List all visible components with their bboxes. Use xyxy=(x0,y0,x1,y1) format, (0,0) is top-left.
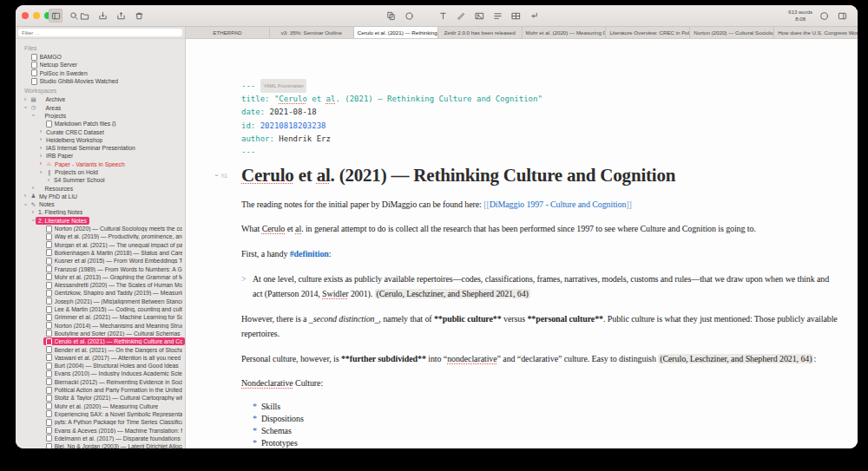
import-icon[interactable] xyxy=(95,9,109,23)
chevron-down-icon[interactable]: › xyxy=(30,218,36,223)
tree-folder-item[interactable]: ›IAS Internal Seminar Presentation xyxy=(21,144,185,152)
tree-file-item[interactable]: ›Evans (2010) — Industry Induces Academi… xyxy=(21,370,185,377)
list-item[interactable]: *Skills xyxy=(241,401,840,413)
delete-icon[interactable] xyxy=(132,9,146,23)
tree-folder-item[interactable]: ›∥Projects on Hold xyxy=(21,168,185,176)
tree-folder-item[interactable]: ›Heidelberg Workshop xyxy=(21,136,185,144)
tree-file-item[interactable]: ›Stoltz & Taylor (2021) — Cultural Carto… xyxy=(21,394,185,402)
tree-file-item[interactable]: ›Edelmann et al. (2017) — Disparate foun… xyxy=(21,435,185,442)
root-file-item[interactable]: Studio Ghibli-Movies Watched xyxy=(21,77,185,85)
tree-file-item[interactable]: ›Experiencing SAX: a Novel Symbolic Repr… xyxy=(21,410,185,418)
bullet-list[interactable]: *Skills*Dispositions*Schemas*Prototypes xyxy=(241,401,840,448)
pomodoro-icon[interactable] xyxy=(817,9,831,23)
tree-file-item[interactable]: ›Joseph (2021) — (Mis)alignment Between … xyxy=(21,298,185,305)
document-tab[interactable]: Mohr et al. (2020) — Measuring Cultu xyxy=(523,27,607,38)
tree-file-item[interactable]: ›Markdown Patch files {} xyxy=(21,120,185,128)
tree-folder-item[interactable]: ›◷__Areas xyxy=(21,103,185,111)
frontmatter-line[interactable]: title: "Cerulo et al. (2021) — Rethinkin… xyxy=(241,93,840,106)
document-tab[interactable]: How does the U.S. Congress Work? xyxy=(774,27,858,38)
tree-folder-item[interactable]: ›1. Fleeting Notes xyxy=(21,208,185,216)
tree-folder-item[interactable]: ›2. Literature Notes xyxy=(21,217,185,225)
frontmatter-line[interactable]: id: 20210818203238 xyxy=(241,120,840,133)
paragraph[interactable]: First, a handy #definition: xyxy=(241,246,840,261)
root-file-item[interactable]: Netcup Server xyxy=(21,61,185,69)
yaml-fence[interactable]: ---YAML Frontmatter xyxy=(241,79,840,93)
tree-file-item[interactable]: ›Political Action and Party Formation in… xyxy=(21,386,185,394)
table-icon[interactable] xyxy=(509,9,523,23)
document-tab[interactable]: v3: 35%: Seminar Outline xyxy=(270,27,354,38)
readability-icon[interactable] xyxy=(402,9,416,23)
paragraph[interactable]: However, there is a _second distinction_… xyxy=(241,311,840,341)
tree-file-item[interactable]: ›Gentzkow, Shapiro and Taddy (2019) — Me… xyxy=(21,289,185,297)
list-item[interactable]: *Dispositions xyxy=(241,413,840,425)
chevron-down-icon[interactable]: › xyxy=(22,105,29,110)
collapse-chevron-icon[interactable]: › xyxy=(213,173,220,178)
document-tab[interactable]: Norton (2020) — Cultural Sociology m xyxy=(690,27,774,38)
document-tab-active[interactable]: Cerulo et al. (2021) — Rethinking Cult… xyxy=(354,27,438,38)
tree-file-item[interactable]: ›Cerulo et al. (2021) — Rethinking Cultu… xyxy=(21,337,185,345)
tree-file-item[interactable]: ›Kusner et al (2015) — From Word Embeddi… xyxy=(21,257,185,265)
formatting-icon[interactable] xyxy=(436,9,450,23)
hashtag[interactable]: #definition xyxy=(290,249,329,258)
root-file-item[interactable]: PolSoc in Sweden xyxy=(21,69,185,77)
tree-file-item[interactable]: ›Franzosi (1989) — From Words to Numbers… xyxy=(21,265,185,272)
tree-file-item[interactable]: ›Lee & Martin (2015) — Coding, counting … xyxy=(21,305,185,313)
blockquote[interactable]: >At one level, culture exists as publicl… xyxy=(241,271,840,301)
markdown-editor[interactable]: ---YAML Frontmattertitle: "Cerulo et al.… xyxy=(186,39,858,448)
document-tab[interactable]: ETHERPAD xyxy=(186,27,270,38)
heading-gutter[interactable]: ›h1 xyxy=(214,172,227,179)
chevron-down-icon[interactable]: › xyxy=(30,113,36,118)
tree-file-item[interactable]: ›Bender et al. (2021) — On the Dangers o… xyxy=(21,345,185,353)
blockquote-icon[interactable] xyxy=(490,9,504,23)
tree-file-item[interactable]: ›Alessandretti (2020) — The Scales of Hu… xyxy=(21,281,185,289)
paragraph[interactable]: Nondeclarative Culture: xyxy=(241,376,840,390)
tree-file-item[interactable]: ›Biernacki (2012) — Reinventing Evidence… xyxy=(21,378,185,386)
paragraph[interactable]: What Cerulo et al. in general attempt to… xyxy=(241,221,840,236)
tree-folder-item[interactable]: ›IRB Paper xyxy=(21,152,185,160)
tree-folder-item[interactable]: ›✎Notes xyxy=(21,200,185,208)
tree-file-item[interactable]: ›Mohr et al. (2013) — Graphing the Gramm… xyxy=(21,273,185,281)
tree-file-item[interactable]: ›Burt (2004) — Structural Holes and Good… xyxy=(21,362,185,370)
tree-folder-item[interactable]: ›♨Paper - Variants in Speech xyxy=(21,160,185,168)
tree-file-item[interactable]: ›pyts: A Python Package for Time Series … xyxy=(21,418,185,426)
right-sidebar-icon[interactable] xyxy=(835,9,849,23)
page-title[interactable]: ›h1Cerulo et al. (2021) — Rethinking Cul… xyxy=(241,165,840,186)
paragraph[interactable]: The reading notes for the initial paper … xyxy=(241,197,840,212)
tree-file-item[interactable]: ›Norton (2014) — Mechanisms and Meaning … xyxy=(21,322,185,330)
file-manager-icon[interactable] xyxy=(49,9,62,23)
chevron-down-icon[interactable]: › xyxy=(22,202,29,207)
tree-file-item[interactable]: ›Mohr et al. (2020) — Measuring Culture xyxy=(21,402,185,409)
filter-input[interactable] xyxy=(18,29,182,36)
list-item[interactable]: *Schemas xyxy=(241,425,840,437)
tree-folder-item[interactable]: ›▤__Archive xyxy=(21,95,185,103)
tree-file-item[interactable]: ›Way et al. (2019) — Productivity, promi… xyxy=(21,232,185,240)
root-file-item[interactable]: BAMGO xyxy=(21,53,185,61)
copy-icon[interactable] xyxy=(384,9,398,23)
document-tab[interactable]: Zettlr 2.0.0 has been released xyxy=(438,27,523,38)
tree-folder-item[interactable]: ›__Projects xyxy=(21,112,185,120)
paragraph[interactable]: Personal culture, however, is **further … xyxy=(241,351,840,366)
list-item[interactable]: *Prototypes xyxy=(241,437,840,448)
footnote-icon[interactable] xyxy=(527,9,541,23)
document-tab[interactable]: Literature Overview: CREC in Political S xyxy=(606,27,690,38)
tree-file-item[interactable]: ›Morgan et al. (2021) — The unequal impa… xyxy=(21,241,185,249)
tree-file-item[interactable]: ›Norton (2020) — Cultural Sociology meet… xyxy=(21,225,185,232)
link-icon[interactable] xyxy=(454,9,468,23)
tree-file-item[interactable]: ›Evans & Aceves (2016) — Machine Transla… xyxy=(21,426,185,434)
tree-file-item[interactable]: ›Boutyline and Soter (2021) — Cultural S… xyxy=(21,330,185,337)
frontmatter-line[interactable]: date: 2021-08-18 xyxy=(241,106,840,119)
share-icon[interactable] xyxy=(114,9,128,23)
tree-folder-item[interactable]: ›S4 Summer School xyxy=(21,176,185,184)
tree-folder-item[interactable]: ›♟My PhD at LiU xyxy=(21,193,185,200)
tree-folder-item[interactable]: ›__Resources xyxy=(21,184,185,192)
wikilink[interactable]: DiMaggio 1997 - Culture and Cognition xyxy=(490,200,627,209)
image-icon[interactable] xyxy=(472,9,486,23)
close-button[interactable] xyxy=(22,12,29,19)
tree-folder-item[interactable]: ›Curate CREC Dataset xyxy=(21,128,185,135)
frontmatter-line[interactable]: author: Hendrik Erz xyxy=(241,133,840,146)
minimize-button[interactable] xyxy=(33,12,40,19)
tree-file-item[interactable]: ›Blei, Ng & Jordan (2003) — Latent Diric… xyxy=(21,442,185,448)
open-workspace-icon[interactable] xyxy=(77,9,91,23)
word-count[interactable]: 613 words 8:08 xyxy=(788,9,812,23)
tree-file-item[interactable]: ›Grimmer et al. (2021) — Machine Learnin… xyxy=(21,313,185,321)
